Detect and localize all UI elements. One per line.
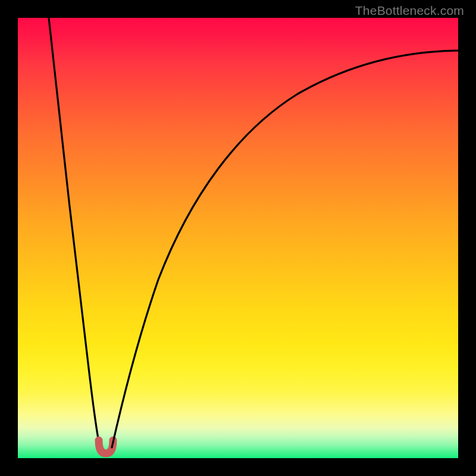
watermark-text: TheBottleneck.com: [355, 4, 464, 18]
curve-right-branch: [112, 51, 458, 447]
curve-left-branch: [49, 18, 100, 447]
outer-frame: TheBottleneck.com: [0, 0, 476, 476]
optimal-match-marker: [99, 440, 113, 453]
curve-layer: [18, 18, 458, 458]
plot-area: [18, 18, 458, 458]
